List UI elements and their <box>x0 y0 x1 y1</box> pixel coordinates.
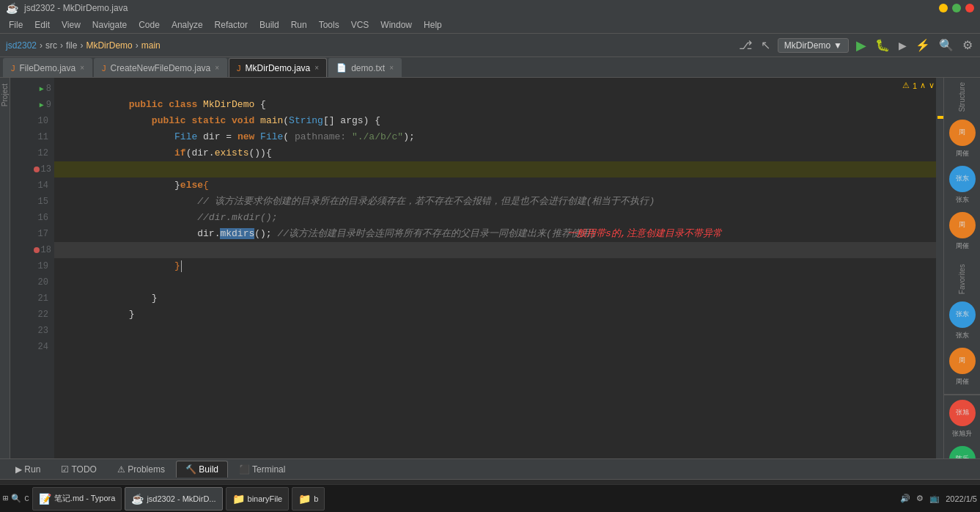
bottom-tabs: ▶ Run ☑ TODO ⚠ Problems 🔨 Build ⬛ Termin… <box>0 459 980 480</box>
code-line-21: } <box>54 290 936 307</box>
debug-button[interactable]: 🐛 <box>874 37 891 54</box>
line-14-num: 14 <box>10 178 54 194</box>
code-line-18: } <box>54 242 936 258</box>
line-23-num: 23 <box>10 323 54 339</box>
tab-demotxt[interactable]: 📄 demo.txt × <box>328 58 402 77</box>
bottom-tab-run[interactable]: ▶ Run <box>6 461 50 478</box>
run-button[interactable]: ▶ <box>855 36 868 55</box>
cursor-icon[interactable]: ↖ <box>759 37 772 54</box>
warning-nav-up[interactable]: ∧ <box>920 81 926 90</box>
code-line-20: } <box>54 274 936 290</box>
maximize-button[interactable] <box>952 4 961 12</box>
taskbar-b[interactable]: 📁 b <box>292 487 325 511</box>
video-avatar <box>962 394 981 395</box>
line-17-num: 17 <box>10 226 54 242</box>
minimize-button[interactable] <box>939 4 948 12</box>
tab-close-mkdirdemo[interactable]: × <box>314 64 319 72</box>
breadcrumb-file[interactable]: file <box>66 40 77 51</box>
tab-close-demotxt[interactable]: × <box>389 64 394 72</box>
line-24-num: 24 <box>10 339 54 355</box>
taskbar-typora[interactable]: 📝 笔记.md - Typora <box>32 487 122 511</box>
taskbar-binaryfile[interactable]: 📁 binaryFile <box>226 487 290 511</box>
breakpoint-13[interactable] <box>34 167 40 172</box>
breadcrumb-project[interactable]: jsd2302 <box>6 40 37 51</box>
participant-2: 张东 张东 <box>949 166 976 205</box>
breakpoint-18[interactable] <box>34 247 40 253</box>
window-controls[interactable] <box>939 4 974 12</box>
taskbar-cortana[interactable]: C <box>24 494 29 503</box>
menu-help[interactable]: Help <box>418 18 448 32</box>
bottom-tab-todo[interactable]: ☑ TODO <box>51 461 106 478</box>
line-num-17: 17 <box>38 229 48 239</box>
taskbar-datetime: 2022/1/5 <box>946 494 977 503</box>
taskbar-display[interactable]: 📺 <box>929 494 940 503</box>
taskbar-binaryfile-icon: 📁 <box>232 493 245 505</box>
sidebar-favorites-label[interactable]: Favorites <box>958 264 966 294</box>
bottom-tab-build[interactable]: 🔨 Build <box>176 461 228 478</box>
breadcrumb-src[interactable]: src <box>45 40 57 51</box>
warning-count: 1 <box>913 81 917 90</box>
sidebar-structure-label[interactable]: Structure <box>958 82 966 112</box>
menu-edit[interactable]: Edit <box>29 18 56 32</box>
run-config-label: MkDirDemo <box>784 40 830 51</box>
line-21-num: 21 <box>10 290 54 307</box>
inline-annotation-17: 一般用带s的,注意创建目录不带异常 <box>567 226 722 242</box>
line-11-num: 11 <box>10 129 54 145</box>
bottom-tab-terminal[interactable]: ⬛ Terminal <box>229 461 295 478</box>
close-button[interactable] <box>965 4 974 12</box>
menu-window[interactable]: Window <box>375 18 418 32</box>
title-bar: ☕ jsd2302 - MkDirDemo.java <box>0 0 980 16</box>
app-window: ☕ jsd2302 - MkDirDemo.java File Edit Vie… <box>0 0 980 512</box>
breadcrumb-class[interactable]: MkDirDemo <box>86 40 132 51</box>
participant-4: 张东 张东 <box>949 301 976 340</box>
participant-avatar-6: 张旭 <box>949 400 976 426</box>
tab-icon-demotxt: 📄 <box>336 63 347 73</box>
warning-nav-down[interactable]: ∨ <box>929 81 935 90</box>
taskbar-search[interactable]: 🔍 <box>11 494 21 503</box>
participant-name-1: 周催 <box>956 149 969 158</box>
tab-filedemo[interactable]: J FileDemo.java × <box>3 58 92 77</box>
tab-close-createnewfile[interactable]: × <box>215 64 219 72</box>
menu-navigate[interactable]: Navigate <box>86 18 133 32</box>
coverage-button[interactable]: ▶ <box>897 38 908 53</box>
menu-build[interactable]: Build <box>254 18 285 32</box>
ruler-warning-marker <box>937 116 943 119</box>
participant-name-5: 周催 <box>956 377 969 387</box>
bottom-tab-problems[interactable]: ⚠ Problems <box>108 461 174 478</box>
run-config-selector[interactable]: MkDirDemo ▼ <box>778 38 849 53</box>
tab-close-filedemo[interactable]: × <box>80 64 84 72</box>
taskbar-settings[interactable]: ⚙ <box>916 494 924 503</box>
taskbar-start[interactable]: ⊞ <box>3 493 8 504</box>
taskbar-binaryfile-label: binaryFile <box>248 494 283 503</box>
menu-vcs[interactable]: VCS <box>345 18 375 32</box>
tab-createnewfile[interactable]: J CreateNewFileDemo.java × <box>94 58 227 77</box>
menu-analyze[interactable]: Analyze <box>166 18 209 32</box>
sidebar-project-label[interactable]: Project <box>1 84 9 106</box>
search-everywhere[interactable]: 🔍 <box>937 37 955 54</box>
breadcrumb-method[interactable]: main <box>141 40 161 51</box>
taskbar-intellij[interactable]: ☕ jsd2302 - MkDirD... <box>125 487 222 511</box>
taskbar-volume[interactable]: 🔊 <box>900 494 910 503</box>
tab-mkdirdemo[interactable]: J MkDirDemo.java × <box>229 58 327 77</box>
menu-view[interactable]: View <box>56 18 86 32</box>
menu-tools[interactable]: Tools <box>313 18 345 32</box>
line-num-14: 14 <box>38 180 48 191</box>
participant-name-2: 张东 <box>956 195 969 205</box>
tab-icon-mkdirdemo: J <box>237 64 241 73</box>
tab-label-demotxt: demo.txt <box>351 63 385 73</box>
menu-code[interactable]: Code <box>133 18 166 32</box>
line-num-15: 15 <box>38 197 48 207</box>
code-content[interactable]: public class MkDirDemo { public static v… <box>54 78 936 458</box>
line-num-9: 9 <box>46 100 51 110</box>
profile-button[interactable]: ⚡ <box>914 37 932 54</box>
run-arrow-8: ▶ <box>40 84 44 93</box>
tab-icon-filedemo: J <box>11 64 15 73</box>
menu-run[interactable]: Run <box>285 18 313 32</box>
participant-name-3: 周催 <box>956 241 969 251</box>
menu-refactor[interactable]: Refactor <box>209 18 254 32</box>
warning-indicator[interactable]: ⚠ 1 ∧ ∨ <box>902 81 935 90</box>
menu-file[interactable]: File <box>3 18 29 32</box>
settings-button[interactable]: ⚙ <box>961 37 974 54</box>
line-num-13: 13 <box>41 164 51 175</box>
git-icon[interactable]: ⎇ <box>737 37 754 54</box>
